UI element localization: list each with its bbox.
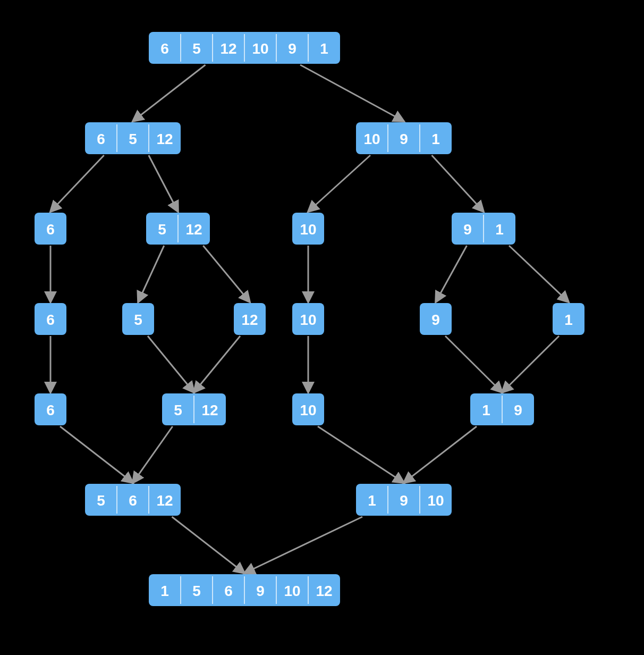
cell-value: 12 <box>156 131 173 147</box>
edge-arrow <box>203 246 250 302</box>
cell-value: 6 <box>46 402 55 418</box>
array-node: 91 <box>452 213 515 245</box>
cell-value: 10 <box>300 312 316 328</box>
cell-value: 12 <box>185 221 202 238</box>
array-node: 1910 <box>356 484 452 516</box>
array-node: 6 <box>35 213 66 245</box>
edge-arrow <box>445 336 502 392</box>
cell-value: 10 <box>252 40 268 57</box>
cell-value: 5 <box>192 40 201 57</box>
array-node: 512 <box>162 393 226 425</box>
cell-value: 12 <box>241 312 258 328</box>
cell-value: 12 <box>220 40 236 57</box>
cell-value: 1 <box>431 131 440 147</box>
array-node: 10 <box>292 393 324 425</box>
cell-value: 1 <box>368 492 376 509</box>
edge-arrow <box>502 336 559 392</box>
cell-value: 5 <box>129 131 137 147</box>
cell-value: 1 <box>160 583 169 599</box>
edge-arrow <box>509 246 569 302</box>
cell-value: 10 <box>427 492 444 509</box>
edge-arrow <box>133 65 206 121</box>
edge-arrow <box>60 426 133 483</box>
array-node: 10 <box>292 303 324 335</box>
cell-value: 5 <box>158 221 166 238</box>
edge-arrow <box>308 155 370 212</box>
edge-arrow <box>244 517 362 573</box>
cell-value: 12 <box>201 402 218 418</box>
cell-value: 9 <box>514 402 522 418</box>
cell-value: 1 <box>320 40 328 57</box>
edge-arrow <box>133 426 173 483</box>
cell-value: 6 <box>224 583 233 599</box>
cell-value: 1 <box>482 402 490 418</box>
array-node: 1091 <box>356 122 452 154</box>
array-node: 512 <box>146 213 210 245</box>
cell-value: 5 <box>192 583 201 599</box>
cell-value: 12 <box>156 492 173 509</box>
cell-value: 10 <box>300 402 316 418</box>
array-node: 5612 <box>85 484 181 516</box>
cell-value: 9 <box>288 40 296 57</box>
cell-value: 6 <box>160 40 169 57</box>
cell-value: 9 <box>400 131 408 147</box>
edge-arrow <box>318 426 404 483</box>
edge-arrow <box>138 246 164 302</box>
array-node: 19 <box>470 393 534 425</box>
array-node: 6512 <box>85 122 181 154</box>
array-node: 6 <box>35 393 66 425</box>
cell-value: 10 <box>363 131 380 147</box>
edge-arrow <box>300 65 404 121</box>
array-node: 10 <box>292 213 324 245</box>
edge-arrow <box>432 155 484 212</box>
cell-value: 9 <box>463 221 472 238</box>
edge-arrow <box>149 155 178 212</box>
merge-sort-diagram: 6512109165121091651210916512109165121019… <box>0 0 644 655</box>
array-node: 6 <box>35 303 66 335</box>
cell-value: 5 <box>174 402 182 418</box>
cell-value: 9 <box>400 492 408 509</box>
cell-value: 9 <box>256 583 265 599</box>
cell-value: 12 <box>316 583 332 599</box>
cell-value: 5 <box>134 312 142 328</box>
cell-value: 10 <box>300 221 316 238</box>
array-node: 15691012 <box>149 574 340 606</box>
cell-value: 6 <box>46 221 55 238</box>
edge-arrow <box>194 336 240 392</box>
cell-value: 6 <box>129 492 137 509</box>
cell-value: 1 <box>564 312 573 328</box>
cell-value: 6 <box>97 131 105 147</box>
edge-arrow <box>50 155 104 212</box>
edge-arrow <box>172 517 245 573</box>
array-node: 1 <box>553 303 584 335</box>
array-node: 9 <box>420 303 452 335</box>
array-node: 65121091 <box>149 32 340 64</box>
edge-arrow <box>436 246 467 302</box>
cell-value: 9 <box>431 312 440 328</box>
cell-value: 10 <box>284 583 300 599</box>
edge-arrow <box>148 336 194 392</box>
edge-arrow <box>404 426 477 483</box>
cell-value: 1 <box>495 221 504 238</box>
array-node: 12 <box>234 303 266 335</box>
array-node: 5 <box>122 303 154 335</box>
nodes-layer: 6512109165121091651210916512109165121019… <box>35 32 584 606</box>
cell-value: 6 <box>46 312 55 328</box>
cell-value: 5 <box>97 492 105 509</box>
